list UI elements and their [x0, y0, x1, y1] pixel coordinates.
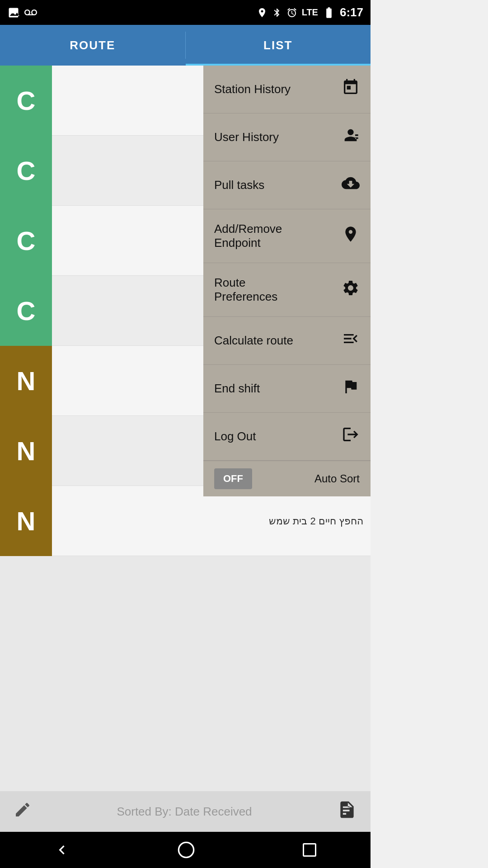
auto-sort-toggle[interactable]: OFF	[214, 468, 252, 489]
menu-item-user-history[interactable]: User History	[203, 113, 371, 161]
checkered-flag-icon	[342, 377, 360, 400]
menu-item-log-out[interactable]: Log Out	[203, 413, 371, 461]
gear-icon	[342, 279, 360, 301]
auto-sort-row: OFF Auto Sort	[203, 461, 371, 496]
nav-home-button[interactable]	[177, 841, 195, 859]
exit-icon	[342, 425, 360, 448]
tab-bar: ROUTE LIST	[0, 25, 371, 66]
nav-recent-button[interactable]	[301, 842, 318, 858]
nav-bar	[0, 832, 371, 868]
list-item[interactable]: N החפץ חיים 2 בית שמש	[0, 486, 371, 556]
calendar-icon	[342, 78, 360, 100]
user-list-icon	[342, 126, 360, 148]
status-time: 6:17	[340, 5, 363, 19]
bottom-bar: Sorted By: Date Received	[0, 791, 371, 832]
status-bar: LTE 6:17	[0, 0, 371, 25]
cloud-download-icon	[342, 174, 360, 196]
menu-item-route-preferences-label: RoutePreferences	[214, 276, 277, 304]
main-content: C 63369 אלון מורה שמונה עליות/ארץ חמדה 1…	[0, 66, 371, 791]
menu-lines-icon	[342, 330, 360, 352]
menu-item-station-history[interactable]: Station History	[203, 66, 371, 113]
item-badge: N	[0, 486, 52, 556]
menu-item-add-remove-endpoint[interactable]: Add/RemoveEndpoint	[203, 209, 371, 263]
tab-list[interactable]: LIST	[186, 25, 371, 66]
menu-item-user-history-label: User History	[214, 130, 279, 144]
menu-item-pull-tasks-label: Pull tasks	[214, 178, 264, 192]
nav-back-button[interactable]	[53, 841, 71, 859]
item-badge: C	[0, 66, 52, 136]
report-icon[interactable]	[337, 800, 357, 824]
item-title: החפץ חיים 2 בית שמש	[59, 515, 363, 527]
menu-item-route-preferences[interactable]: RoutePreferences	[203, 263, 371, 317]
tab-route[interactable]: ROUTE	[0, 25, 185, 66]
item-badge: C	[0, 136, 52, 206]
menu-item-end-shift[interactable]: End shift	[203, 365, 371, 413]
menu-item-log-out-label: Log Out	[214, 429, 256, 443]
item-badge: C	[0, 276, 52, 346]
dropdown-menu: Station History User History Pull tasks …	[203, 66, 371, 496]
svg-rect-1	[303, 844, 315, 856]
auto-sort-label: Auto Sort	[314, 472, 360, 485]
status-right-icons: LTE 6:17	[257, 5, 363, 19]
edit-icon[interactable]	[14, 801, 32, 823]
menu-item-end-shift-label: End shift	[214, 382, 260, 396]
status-left-icons	[7, 6, 37, 19]
menu-item-add-remove-endpoint-label: Add/RemoveEndpoint	[214, 222, 282, 250]
location-pin-icon	[342, 225, 360, 247]
menu-item-station-history-label: Station History	[214, 82, 291, 96]
svg-point-0	[178, 842, 193, 857]
item-content: החפץ חיים 2 בית שמש	[52, 486, 371, 556]
item-badge: C	[0, 206, 52, 276]
menu-item-calculate-route-label: Calculate route	[214, 334, 293, 348]
menu-item-pull-tasks[interactable]: Pull tasks	[203, 161, 371, 209]
item-badge: N	[0, 416, 52, 486]
item-badge: N	[0, 346, 52, 416]
sorted-by-label: Sorted By: Date Received	[32, 805, 337, 819]
menu-item-calculate-route[interactable]: Calculate route	[203, 317, 371, 365]
